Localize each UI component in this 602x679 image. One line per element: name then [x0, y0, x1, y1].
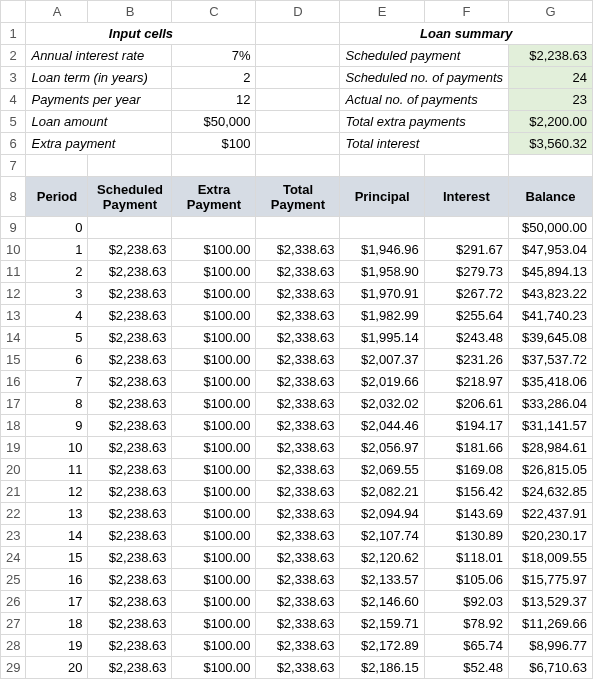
cell-total[interactable]: $2,338.63	[256, 283, 340, 305]
row-header[interactable]: 13	[1, 305, 26, 327]
cell-period[interactable]: 5	[26, 327, 88, 349]
cell-period[interactable]: 10	[26, 437, 88, 459]
cell-interest[interactable]: $156.42	[424, 481, 508, 503]
value-extra-payment[interactable]: $100	[172, 133, 256, 155]
cell-interest[interactable]: $194.17	[424, 415, 508, 437]
value-scheduled-no[interactable]: 24	[509, 67, 593, 89]
cell-principal[interactable]: $2,044.46	[340, 415, 424, 437]
cell[interactable]	[256, 155, 340, 177]
cell-principal[interactable]: $2,032.02	[340, 393, 424, 415]
cell-total[interactable]: $2,338.63	[256, 569, 340, 591]
cell-balance[interactable]: $11,269.66	[509, 613, 593, 635]
cell[interactable]	[172, 155, 256, 177]
cell-principal[interactable]: $2,069.55	[340, 459, 424, 481]
cell-interest[interactable]: $206.61	[424, 393, 508, 415]
cell-principal[interactable]: $1,995.14	[340, 327, 424, 349]
cell-interest[interactable]	[424, 217, 508, 239]
cell-period[interactable]: 17	[26, 591, 88, 613]
col-extra-payment[interactable]: Extra Payment	[172, 177, 256, 217]
cell-period[interactable]: 0	[26, 217, 88, 239]
value-annual-rate[interactable]: 7%	[172, 45, 256, 67]
cell-total[interactable]: $2,338.63	[256, 547, 340, 569]
cell-scheduled[interactable]: $2,238.63	[88, 525, 172, 547]
col-header-G[interactable]: G	[509, 1, 593, 23]
row-header[interactable]: 28	[1, 635, 26, 657]
cell-balance[interactable]: $47,953.04	[509, 239, 593, 261]
cell-balance[interactable]: $20,230.17	[509, 525, 593, 547]
value-actual-no[interactable]: 23	[509, 89, 593, 111]
cell-period[interactable]: 9	[26, 415, 88, 437]
cell-extra[interactable]: $100.00	[172, 613, 256, 635]
row-header[interactable]: 23	[1, 525, 26, 547]
cell-period[interactable]: 3	[26, 283, 88, 305]
row-header[interactable]: 26	[1, 591, 26, 613]
cell-total[interactable]: $2,338.63	[256, 591, 340, 613]
cell[interactable]	[256, 89, 340, 111]
row-header[interactable]: 5	[1, 111, 26, 133]
cell-total[interactable]: $2,338.63	[256, 239, 340, 261]
cell-scheduled[interactable]: $2,238.63	[88, 613, 172, 635]
cell-total[interactable]: $2,338.63	[256, 481, 340, 503]
row-header[interactable]: 2	[1, 45, 26, 67]
row-header[interactable]: 14	[1, 327, 26, 349]
cell-total[interactable]: $2,338.63	[256, 393, 340, 415]
cell-scheduled[interactable]: $2,238.63	[88, 305, 172, 327]
row-header[interactable]: 15	[1, 349, 26, 371]
cell-scheduled[interactable]: $2,238.63	[88, 393, 172, 415]
value-total-extra[interactable]: $2,200.00	[509, 111, 593, 133]
cell-extra[interactable]: $100.00	[172, 591, 256, 613]
cell-principal[interactable]: $1,946.96	[340, 239, 424, 261]
label-scheduled-payment[interactable]: Scheduled payment	[340, 45, 509, 67]
row-header[interactable]: 9	[1, 217, 26, 239]
cell-period[interactable]: 11	[26, 459, 88, 481]
cell-period[interactable]: 12	[26, 481, 88, 503]
row-header[interactable]: 11	[1, 261, 26, 283]
cell-scheduled[interactable]: $2,238.63	[88, 591, 172, 613]
cell-total[interactable]: $2,338.63	[256, 657, 340, 679]
label-loan-amount[interactable]: Loan amount	[26, 111, 172, 133]
col-principal[interactable]: Principal	[340, 177, 424, 217]
cell-balance[interactable]: $45,894.13	[509, 261, 593, 283]
cell-balance[interactable]: $18,009.55	[509, 547, 593, 569]
cell-period[interactable]: 15	[26, 547, 88, 569]
cell-balance[interactable]: $35,418.06	[509, 371, 593, 393]
cell-interest[interactable]: $143.69	[424, 503, 508, 525]
cell[interactable]	[340, 155, 424, 177]
cell-balance[interactable]: $28,984.61	[509, 437, 593, 459]
cell-scheduled[interactable]: $2,238.63	[88, 569, 172, 591]
cell-principal[interactable]: $2,007.37	[340, 349, 424, 371]
cell-scheduled[interactable]: $2,238.63	[88, 239, 172, 261]
cell-period[interactable]: 14	[26, 525, 88, 547]
row-header[interactable]: 16	[1, 371, 26, 393]
col-interest[interactable]: Interest	[424, 177, 508, 217]
cell[interactable]	[88, 155, 172, 177]
row-header[interactable]: 3	[1, 67, 26, 89]
cell-extra[interactable]: $100.00	[172, 349, 256, 371]
cell-balance[interactable]: $22,437.91	[509, 503, 593, 525]
cell-balance[interactable]: $50,000.00	[509, 217, 593, 239]
row-header[interactable]: 1	[1, 23, 26, 45]
row-header[interactable]: 19	[1, 437, 26, 459]
cell-period[interactable]: 19	[26, 635, 88, 657]
cell-interest[interactable]: $231.26	[424, 349, 508, 371]
cell-balance[interactable]: $33,286.04	[509, 393, 593, 415]
cell-scheduled[interactable]: $2,238.63	[88, 657, 172, 679]
cell-total[interactable]: $2,338.63	[256, 437, 340, 459]
cell-total[interactable]: $2,338.63	[256, 635, 340, 657]
cell-principal[interactable]: $2,186.15	[340, 657, 424, 679]
col-header-B[interactable]: B	[88, 1, 172, 23]
value-total-interest[interactable]: $3,560.32	[509, 133, 593, 155]
cell-total[interactable]: $2,338.63	[256, 613, 340, 635]
cell-interest[interactable]: $52.48	[424, 657, 508, 679]
cell-principal[interactable]: $2,146.60	[340, 591, 424, 613]
cell-period[interactable]: 13	[26, 503, 88, 525]
cell-balance[interactable]: $37,537.72	[509, 349, 593, 371]
cell-total[interactable]: $2,338.63	[256, 525, 340, 547]
cell-scheduled[interactable]: $2,238.63	[88, 261, 172, 283]
cell-extra[interactable]: $100.00	[172, 371, 256, 393]
row-header[interactable]: 22	[1, 503, 26, 525]
cell-period[interactable]: 20	[26, 657, 88, 679]
cell[interactable]	[509, 155, 593, 177]
loan-summary-title[interactable]: Loan summary	[340, 23, 593, 45]
cell-principal[interactable]	[340, 217, 424, 239]
